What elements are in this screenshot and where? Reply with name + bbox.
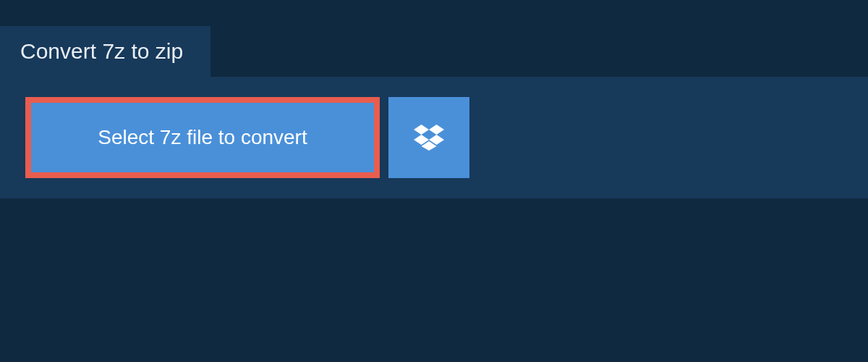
dropbox-button[interactable] (388, 97, 469, 178)
page-title: Convert 7z to zip (20, 39, 183, 63)
dropbox-icon (414, 125, 444, 151)
page-title-tab: Convert 7z to zip (0, 26, 210, 77)
select-file-label: Select 7z file to convert (98, 126, 307, 149)
upload-panel: Select 7z file to convert (0, 77, 868, 198)
button-row: Select 7z file to convert (25, 97, 843, 178)
select-file-button[interactable]: Select 7z file to convert (25, 97, 380, 178)
